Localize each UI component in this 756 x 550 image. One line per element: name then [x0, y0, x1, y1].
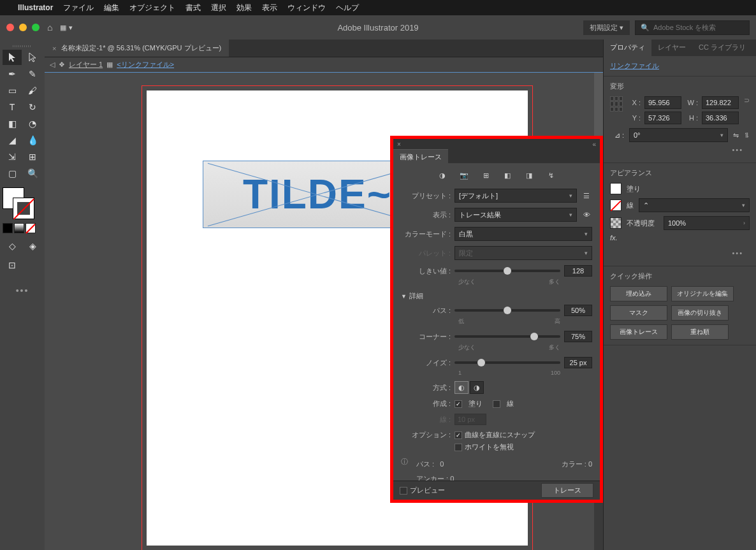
qa-embed-button[interactable]: 埋め込み [610, 286, 667, 301]
transform-more-icon[interactable]: ••• [610, 142, 750, 157]
threshold-slider[interactable] [454, 270, 560, 272]
reference-point-widget[interactable] [610, 96, 623, 112]
none-mode-btn[interactable] [25, 223, 36, 233]
fill-stroke-swatches[interactable] [3, 187, 34, 219]
method-abutting-button[interactable]: ◐ [454, 381, 469, 394]
preset-grayscale-icon[interactable]: ◨ [523, 170, 535, 181]
paintbrush-tool[interactable]: 🖌 [23, 83, 42, 98]
artboard-tool[interactable]: ▢ [3, 166, 22, 181]
minimize-window-button[interactable] [19, 24, 27, 31]
qa-mask-button[interactable]: マスク [610, 305, 667, 321]
fill-color-swatch[interactable] [610, 183, 622, 194]
create-strokes-checkbox[interactable] [493, 400, 500, 408]
back-icon[interactable]: ◁ [50, 61, 55, 69]
edit-toolbar-button[interactable]: ••• [3, 286, 42, 296]
preset-highfidelity-icon[interactable]: 📷 [458, 170, 470, 181]
app-name[interactable]: Illustrator [18, 3, 53, 12]
menu-view[interactable]: 表示 [262, 3, 277, 13]
stock-search-input[interactable]: 🔍 Adobe Stock を検索 [635, 20, 750, 35]
rotate-tool[interactable]: ↻ [23, 99, 42, 115]
menu-help[interactable]: ヘルプ [336, 3, 359, 13]
y-input[interactable] [644, 112, 681, 124]
preview-checkbox[interactable] [400, 487, 407, 495]
direct-selection-tool[interactable] [23, 50, 42, 65]
arrange-documents-icon[interactable]: ▦ ▾ [60, 24, 72, 32]
preset-lowfidelity-icon[interactable]: ⊞ [479, 170, 492, 181]
view-select[interactable]: トレース結果▾ [454, 208, 577, 222]
zoom-window-button[interactable] [32, 24, 40, 31]
menu-select[interactable]: 選択 [211, 3, 226, 13]
gradient-tool[interactable]: ◢ [3, 133, 22, 148]
fx-icon[interactable]: fx. [610, 234, 618, 242]
x-input[interactable] [644, 96, 681, 109]
pen-tool[interactable]: ✒ [3, 66, 22, 82]
details-toggle[interactable]: ▼詳細 [401, 291, 592, 301]
opacity-input[interactable]: 100%› [664, 216, 750, 230]
workspace-switcher[interactable]: 初期設定 ▾ [583, 20, 630, 35]
eraser-tool[interactable]: ◧ [3, 116, 22, 131]
gradient-mode-btn[interactable] [14, 223, 24, 233]
qa-edit-original-button[interactable]: オリジナルを編集 [671, 286, 734, 301]
preset-auto-icon[interactable]: ◑ [436, 170, 449, 181]
preset-3color-icon[interactable]: ◧ [501, 170, 514, 181]
panel-titlebar[interactable]: × « [393, 139, 600, 149]
breadcrumb-layer[interactable]: レイヤー 1 [69, 60, 103, 69]
colormode-select[interactable]: 白黒▾ [454, 227, 592, 241]
qa-arrange-button[interactable]: 重ね順 [671, 324, 729, 340]
panel-collapse-icon[interactable]: « [592, 141, 596, 148]
menu-type[interactable]: 書式 [185, 3, 201, 13]
home-icon[interactable]: ⌂ [47, 22, 52, 33]
qa-image-trace-button[interactable]: 画像トレース [610, 324, 667, 340]
panel-close-icon[interactable]: × [397, 141, 401, 148]
qa-crop-image-button[interactable]: 画像の切り抜き [671, 305, 729, 321]
tab-close-icon[interactable]: × [52, 45, 56, 52]
color-mode-btn[interactable] [3, 223, 13, 233]
view-toggle-icon[interactable]: 👁 [581, 211, 592, 219]
zoom-tool[interactable]: 🔍 [23, 166, 42, 181]
close-window-button[interactable] [6, 24, 14, 31]
preset-select[interactable]: [デフォルト]▾ [454, 189, 577, 203]
type-tool[interactable]: T [3, 99, 22, 115]
document-tab[interactable]: × 名称未設定-1* @ 56.31% (CMYK/GPU プレビュー) [45, 40, 229, 57]
method-overlapping-button[interactable]: ◑ [470, 381, 484, 394]
panel-grip[interactable] [3, 43, 42, 48]
paths-slider[interactable] [454, 309, 560, 312]
snap-curves-checkbox[interactable] [454, 431, 462, 439]
w-input[interactable] [702, 96, 739, 109]
selection-tool[interactable] [3, 50, 22, 65]
menu-effect[interactable]: 効果 [236, 3, 252, 13]
link-wh-icon[interactable]: ⊃ [744, 96, 750, 105]
noise-slider[interactable] [454, 361, 560, 364]
angle-input[interactable]: 0°▾ [629, 128, 728, 142]
link-file-label[interactable]: リンクファイル [610, 62, 659, 69]
paths-value[interactable]: 50% [564, 305, 592, 316]
shape-builder-tool[interactable]: ◔ [23, 116, 42, 131]
flip-h-icon[interactable]: ⇋ [733, 131, 739, 140]
tab-cc-libraries[interactable]: CC ライブラリ [692, 40, 752, 56]
curvature-tool[interactable]: ✎ [23, 66, 42, 82]
eyedropper-tool[interactable]: 💧 [23, 133, 42, 148]
flip-v-icon[interactable]: ⥮ [744, 131, 750, 140]
preset-menu-icon[interactable]: ☰ [581, 192, 592, 200]
appearance-more-icon[interactable]: ••• [610, 245, 750, 261]
layers-icon[interactable]: ❖ [59, 61, 65, 69]
h-input[interactable] [702, 112, 739, 124]
menu-edit[interactable]: 編集 [104, 3, 119, 13]
corners-value[interactable]: 75% [564, 331, 592, 342]
screen-mode-button[interactable]: ⊡ [3, 257, 22, 273]
scale-tool[interactable]: ⇲ [3, 149, 22, 164]
preset-blackwhite-icon[interactable]: ↯ [544, 170, 557, 181]
threshold-value[interactable]: 128 [564, 265, 592, 277]
draw-mode-normal[interactable]: ◇ [3, 238, 22, 254]
stroke-weight-input[interactable]: ⌃▾ [639, 198, 750, 212]
trace-button[interactable]: トレース [541, 483, 593, 498]
noise-value[interactable]: 25 px [564, 357, 592, 368]
stroke-color-swatch[interactable] [610, 199, 622, 211]
rectangle-tool[interactable]: ▭ [3, 83, 22, 98]
panel-tab-title[interactable]: 画像トレース [393, 149, 448, 164]
create-fills-checkbox[interactable] [454, 400, 462, 408]
corners-slider[interactable] [454, 335, 560, 338]
stroke-swatch[interactable] [13, 198, 34, 219]
free-transform-tool[interactable]: ⊞ [23, 149, 42, 164]
menu-window[interactable]: ウィンドウ [287, 3, 326, 13]
